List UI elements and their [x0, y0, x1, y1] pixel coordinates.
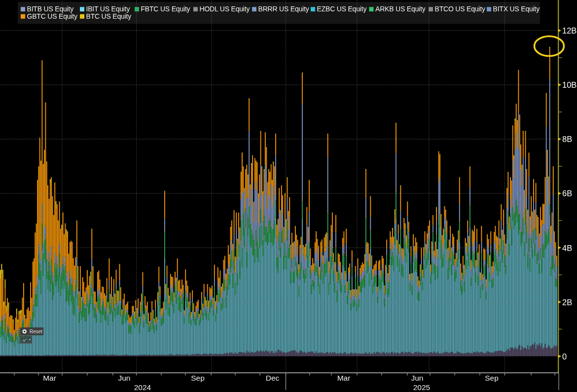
svg-text:HODL US Equity: HODL US Equity	[200, 5, 250, 13]
svg-text:2024: 2024	[134, 383, 151, 392]
svg-text:BTC US Equity: BTC US Equity	[86, 12, 132, 20]
svg-text:ARKB US Equity: ARKB US Equity	[375, 5, 426, 13]
svg-text:BITX US Equity: BITX US Equity	[493, 5, 540, 13]
svg-text:2025: 2025	[413, 383, 430, 392]
svg-text:Dec: Dec	[266, 374, 280, 382]
svg-text:BRRR US Equity: BRRR US Equity	[258, 5, 309, 13]
svg-text:Sep: Sep	[191, 374, 205, 382]
svg-text:Jun: Jun	[118, 374, 131, 382]
svg-text:0: 0	[562, 352, 567, 361]
svg-text:Mar: Mar	[43, 374, 56, 382]
svg-text:6B: 6B	[562, 189, 572, 198]
svg-text:Jun: Jun	[411, 374, 424, 382]
svg-text:Mar: Mar	[337, 374, 351, 382]
svg-text:8B: 8B	[562, 135, 572, 143]
svg-text:12B: 12B	[562, 26, 577, 35]
svg-text:Reset: Reset	[30, 329, 42, 334]
svg-text:BTCO US Equity: BTCO US Equity	[435, 5, 485, 13]
svg-text:GBTC US Equity: GBTC US Equity	[27, 12, 77, 20]
svg-text:EZBC US Equity: EZBC US Equity	[317, 5, 367, 13]
svg-text:FBTC US Equity: FBTC US Equity	[141, 5, 190, 13]
svg-text:10B: 10B	[562, 80, 577, 89]
svg-text:4B: 4B	[562, 244, 572, 252]
svg-text:2B: 2B	[562, 298, 572, 307]
svg-text:Sep: Sep	[485, 374, 499, 382]
